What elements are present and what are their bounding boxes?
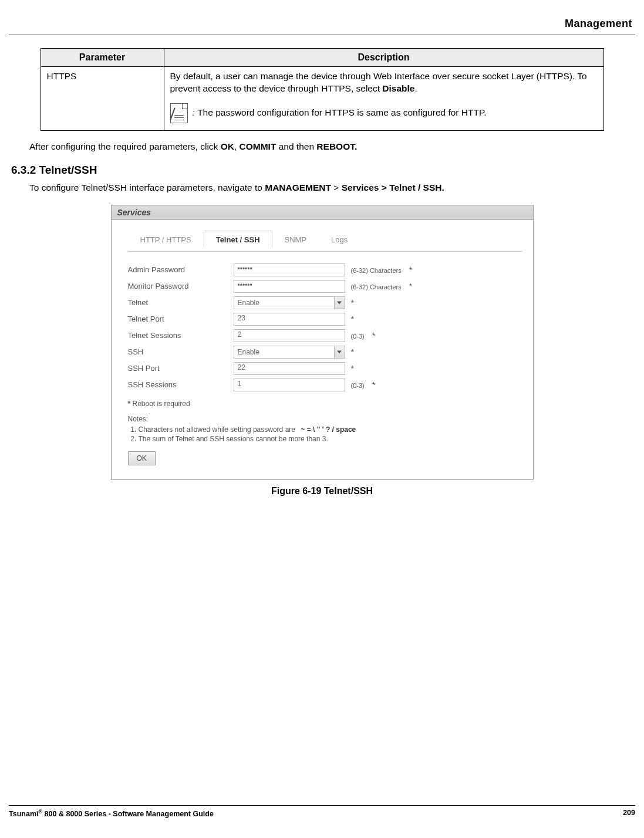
cell-param: HTTPS xyxy=(41,67,164,131)
ok-button[interactable]: OK xyxy=(128,451,156,465)
row-ssh: SSH Enable * xyxy=(128,346,522,359)
input-ssh-sessions[interactable]: 1 xyxy=(234,379,345,391)
note-row: : The password configuration for HTTPS i… xyxy=(170,103,598,123)
tab-telnet-ssh[interactable]: Telnet / SSH xyxy=(204,231,272,248)
label-monitor-password: Monitor Password xyxy=(128,282,234,290)
after-config-text: After configuring the required parameter… xyxy=(29,141,635,152)
cell-desc: By default, a user can manage the device… xyxy=(164,67,603,131)
page-footer: Tsunami® 800 & 8000 Series - Software Ma… xyxy=(9,805,635,818)
label-telnet-sessions: Telnet Sessions xyxy=(128,331,234,340)
table-row: HTTPS By default, a user can manage the … xyxy=(41,67,603,131)
notes-block: Notes: Characters not allowed while sett… xyxy=(128,415,522,443)
label-telnet-port: Telnet Port xyxy=(128,315,234,323)
footer-title: Tsunami® 800 & 8000 Series - Software Ma… xyxy=(9,809,214,818)
hint-telnet-sessions: (0-3) * xyxy=(351,331,376,340)
desc-bold: Disable xyxy=(382,83,414,93)
tab-underline xyxy=(128,251,522,252)
col-parameter: Parameter xyxy=(41,49,164,67)
chevron-down-icon xyxy=(334,346,345,358)
section-header: Management xyxy=(9,18,635,35)
row-telnet-sessions: Telnet Sessions 2 (0-3) * xyxy=(128,329,522,342)
asterisk: * xyxy=(351,364,354,373)
note-prefix: : xyxy=(193,107,198,117)
input-telnet-sessions[interactable]: 2 xyxy=(234,329,345,342)
row-ssh-port: SSH Port 22 * xyxy=(128,362,522,375)
select-telnet[interactable]: Enable xyxy=(234,296,345,309)
figure-caption: Figure 6-19 Telnet/SSH xyxy=(9,486,635,496)
row-monitor-password: Monitor Password •••••• (6-32) Character… xyxy=(128,280,522,293)
section-heading: 6.3.2 Telnet/SSH xyxy=(11,164,635,177)
chevron-down-icon xyxy=(334,297,345,309)
row-telnet-port: Telnet Port 23 * xyxy=(128,313,522,326)
reboot-note: * Reboot is required xyxy=(128,400,522,408)
section-intro: To configure Telnet/SSH interface parame… xyxy=(29,183,635,193)
input-admin-password[interactable]: •••••• xyxy=(234,263,345,276)
tabs: HTTP / HTTPS Telnet / SSH SNMP Logs xyxy=(128,231,522,248)
services-panel-screenshot: Services HTTP / HTTPS Telnet / SSH SNMP … xyxy=(111,205,534,480)
row-telnet: Telnet Enable * xyxy=(128,296,522,309)
tab-logs[interactable]: Logs xyxy=(319,231,360,248)
notes-title: Notes: xyxy=(128,415,522,423)
note-item: The sum of Telnet and SSH sessions canno… xyxy=(139,435,522,443)
row-ssh-sessions: SSH Sessions 1 (0-3) * xyxy=(128,379,522,391)
note-icon xyxy=(170,103,188,123)
asterisk: * xyxy=(351,315,354,324)
svg-marker-0 xyxy=(337,301,342,304)
note-item: Characters not allowed while setting pas… xyxy=(139,425,522,434)
input-ssh-port[interactable]: 22 xyxy=(234,362,345,375)
input-monitor-password[interactable]: •••••• xyxy=(234,280,345,293)
asterisk: * xyxy=(351,298,354,308)
label-telnet: Telnet xyxy=(128,298,234,307)
desc-text: By default, a user can manage the device… xyxy=(170,71,587,93)
panel-title: Services xyxy=(112,205,533,220)
desc-end: . xyxy=(414,83,417,93)
tab-http-https[interactable]: HTTP / HTTPS xyxy=(128,231,204,248)
note-text: The password configuration for HTTPS is … xyxy=(197,107,486,117)
page-number: 209 xyxy=(623,809,635,818)
tab-snmp[interactable]: SNMP xyxy=(272,231,319,248)
col-description: Description xyxy=(164,49,603,67)
asterisk: * xyxy=(351,347,354,357)
hint-monitor-password: (6-32) Characters * xyxy=(351,282,413,291)
svg-marker-1 xyxy=(337,350,342,353)
label-ssh-sessions: SSH Sessions xyxy=(128,380,234,389)
label-admin-password: Admin Password xyxy=(128,265,234,274)
label-ssh: SSH xyxy=(128,347,234,356)
header-rule xyxy=(9,35,635,35)
input-telnet-port[interactable]: 23 xyxy=(234,313,345,326)
label-ssh-port: SSH Port xyxy=(128,364,234,373)
hint-ssh-sessions: (0-3) * xyxy=(351,380,376,390)
select-ssh[interactable]: Enable xyxy=(234,346,345,359)
row-admin-password: Admin Password •••••• (6-32) Characters … xyxy=(128,263,522,276)
parameter-table: Parameter Description HTTPS By default, … xyxy=(41,48,604,131)
hint-admin-password: (6-32) Characters * xyxy=(351,265,413,275)
